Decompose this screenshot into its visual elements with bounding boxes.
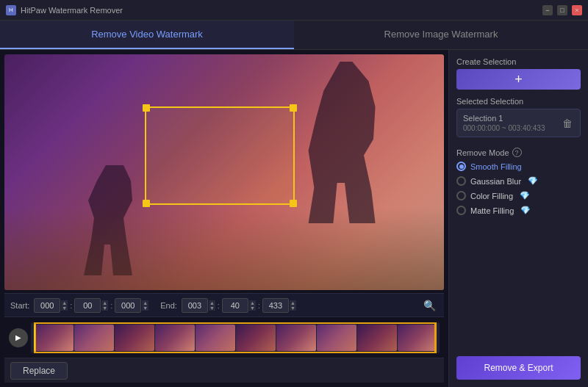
color-filling-label: Color Filling bbox=[470, 192, 513, 200]
tab-remove-video[interactable]: Remove Video Watermark bbox=[0, 21, 294, 49]
start-input-group: ▲ ▼ : ▲ ▼ : ▲ ▼ bbox=[34, 298, 148, 313]
start-hours-up[interactable]: ▲ bbox=[61, 300, 68, 305]
radio-smooth-filling[interactable] bbox=[456, 162, 466, 171]
search-button[interactable]: 🔍 bbox=[420, 297, 438, 314]
timeline-top-border bbox=[34, 322, 437, 324]
timeline-thumb-8 bbox=[317, 325, 356, 351]
delete-icon: 🗑 bbox=[562, 117, 573, 129]
main-layout: Start: ▲ ▼ : ▲ ▼ : bbox=[0, 50, 588, 387]
timeline-right-handle[interactable] bbox=[434, 322, 437, 353]
end-minutes-up[interactable]: ▲ bbox=[249, 300, 256, 305]
start-seconds-spin: ▲ ▼ bbox=[115, 298, 148, 313]
start-minutes-down[interactable]: ▼ bbox=[101, 305, 108, 311]
end-minutes-down[interactable]: ▼ bbox=[249, 305, 256, 311]
end-hours-spin: ▲ ▼ bbox=[182, 298, 215, 313]
tab-remove-image[interactable]: Remove Image Watermark bbox=[294, 21, 588, 49]
timeline-track[interactable] bbox=[31, 322, 440, 353]
minimize-button[interactable]: − bbox=[542, 5, 553, 15]
delete-selection-button[interactable]: 🗑 bbox=[561, 116, 574, 131]
maximize-button[interactable]: □ bbox=[557, 5, 567, 15]
titlebar: H HitPaw Watermark Remover − □ × bbox=[0, 0, 588, 21]
radio-matte-filling[interactable] bbox=[456, 206, 466, 215]
remove-mode-label: Remove Mode ? bbox=[456, 148, 581, 157]
video-background bbox=[4, 54, 444, 290]
selection-rect[interactable] bbox=[145, 106, 294, 206]
create-selection-section: Create Selection + bbox=[456, 57, 581, 90]
end-seconds-up[interactable]: ▲ bbox=[290, 300, 296, 305]
end-input-group: ▲ ▼ : ▲ ▼ : ▲ ▼ bbox=[182, 298, 296, 313]
end-hours-input[interactable] bbox=[182, 298, 208, 313]
timeline-thumb-6 bbox=[236, 325, 276, 351]
tabbar: Remove Video Watermark Remove Image Wate… bbox=[0, 21, 588, 50]
replace-button[interactable]: Replace bbox=[10, 362, 68, 380]
time-controls: Start: ▲ ▼ : ▲ ▼ : bbox=[4, 293, 444, 317]
timeline-strip bbox=[34, 325, 437, 351]
timeline-playhead[interactable] bbox=[34, 325, 35, 351]
end-minutes-spin: ▲ ▼ bbox=[222, 298, 256, 313]
gaussian-blur-label: Gaussian Blur bbox=[470, 177, 521, 186]
end-hours-down[interactable]: ▼ bbox=[209, 305, 215, 311]
end-seconds-input[interactable] bbox=[262, 298, 289, 313]
app-title: HitPaw Watermark Remover bbox=[21, 6, 123, 15]
start-hours-input[interactable] bbox=[34, 298, 60, 313]
timeline-thumb-7 bbox=[276, 325, 316, 351]
handle-br[interactable] bbox=[290, 200, 297, 207]
color-filling-gem: 💎 bbox=[520, 191, 530, 200]
right-panel: Create Selection + Selected Selection Se… bbox=[448, 50, 588, 387]
timeline-area: ▶ bbox=[4, 317, 444, 358]
add-selection-button[interactable]: + bbox=[456, 69, 581, 90]
handle-tl[interactable] bbox=[143, 104, 150, 112]
bottom-bar: Replace bbox=[4, 358, 444, 383]
timeline-thumb-3 bbox=[115, 325, 154, 351]
end-label: End: bbox=[160, 301, 177, 310]
timeline-thumb-5 bbox=[196, 325, 235, 351]
remove-mode-section: Remove Mode ? Smooth Filling Gaussian Bl… bbox=[456, 148, 581, 220]
gaussian-blur-gem: 💎 bbox=[528, 176, 538, 186]
radio-color-filling[interactable] bbox=[456, 191, 466, 200]
handle-bl[interactable] bbox=[143, 200, 150, 207]
mode-color-filling[interactable]: Color Filling 💎 bbox=[456, 191, 581, 200]
start-hours-down[interactable]: ▼ bbox=[61, 305, 68, 311]
smooth-filling-label: Smooth Filling bbox=[470, 162, 522, 171]
start-minutes-up[interactable]: ▲ bbox=[101, 300, 108, 305]
end-seconds-spin: ▲ ▼ bbox=[262, 298, 296, 313]
mode-gaussian-blur[interactable]: Gaussian Blur 💎 bbox=[456, 176, 581, 186]
start-seconds-down[interactable]: ▼ bbox=[142, 305, 148, 311]
start-label: Start: bbox=[10, 301, 29, 310]
matte-filling-label: Matte Filling bbox=[470, 206, 514, 215]
radio-gaussian-blur[interactable] bbox=[456, 176, 466, 186]
selection-time: 000:00:000 ~ 003:40:433 bbox=[463, 124, 545, 132]
close-button[interactable]: × bbox=[572, 5, 582, 15]
titlebar-left: H HitPaw Watermark Remover bbox=[6, 5, 123, 15]
start-minutes-spin: ▲ ▼ bbox=[74, 298, 108, 313]
colon-1: : bbox=[70, 301, 72, 310]
timeline-thumb-4 bbox=[155, 325, 195, 351]
selection-name: Selection 1 bbox=[463, 114, 545, 123]
start-minutes-input[interactable] bbox=[74, 298, 101, 313]
matte-filling-gem: 💎 bbox=[520, 206, 531, 215]
plus-icon: + bbox=[514, 72, 523, 87]
start-seconds-up[interactable]: ▲ bbox=[142, 300, 148, 305]
start-seconds-input[interactable] bbox=[115, 298, 141, 313]
end-hours-up[interactable]: ▲ bbox=[209, 300, 215, 305]
end-minutes-input[interactable] bbox=[222, 298, 248, 313]
video-preview[interactable] bbox=[4, 54, 444, 290]
mode-matte-filling[interactable]: Matte Filling 💎 bbox=[456, 206, 581, 215]
timeline-thumb-2 bbox=[74, 325, 114, 351]
play-icon: ▶ bbox=[15, 333, 21, 341]
colon-4: : bbox=[258, 301, 260, 310]
timeline-thumb-9 bbox=[357, 325, 397, 351]
right-panel-spacer bbox=[456, 228, 581, 349]
play-button[interactable]: ▶ bbox=[9, 328, 28, 347]
selection-item-1: Selection 1 000:00:000 ~ 003:40:433 🗑 bbox=[456, 109, 581, 137]
create-selection-label: Create Selection bbox=[456, 57, 581, 66]
titlebar-controls: − □ × bbox=[542, 5, 582, 15]
end-seconds-down[interactable]: ▼ bbox=[290, 305, 296, 311]
app-icon: H bbox=[6, 5, 16, 15]
mode-smooth-filling[interactable]: Smooth Filling bbox=[456, 162, 581, 171]
handle-tr[interactable] bbox=[290, 104, 297, 112]
remove-export-button[interactable]: Remove & Export bbox=[456, 356, 581, 380]
search-icon: 🔍 bbox=[423, 300, 436, 311]
info-icon[interactable]: ? bbox=[512, 148, 522, 157]
timeline-bottom-border bbox=[34, 352, 437, 353]
